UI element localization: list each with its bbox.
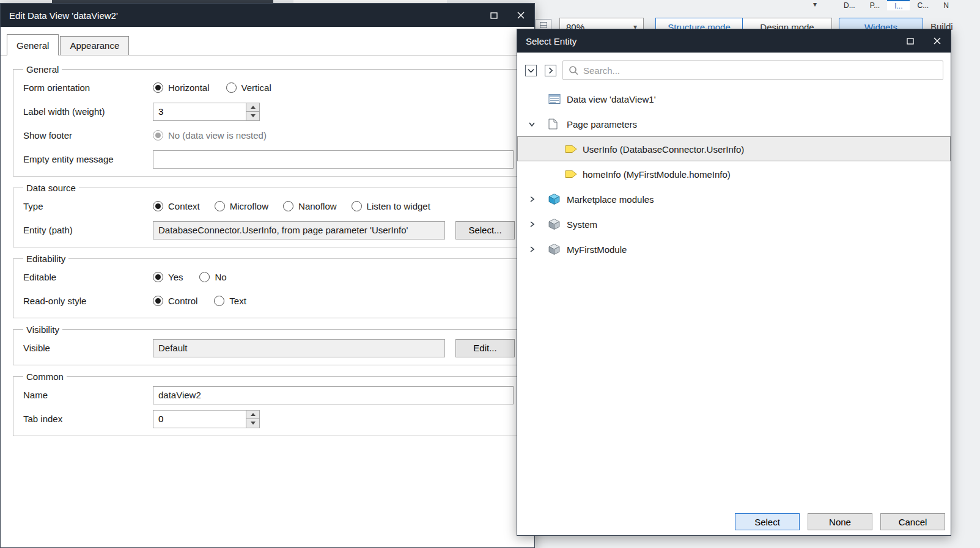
form-orientation-label: Form orientation — [23, 82, 153, 93]
entity-path-input[interactable] — [153, 221, 445, 239]
read-only-style-radios: Control Text — [153, 296, 246, 306]
pane-tab-changes[interactable]: C... — [910, 0, 936, 10]
tree-item-label: Page parameters — [567, 119, 637, 129]
arrow-down-icon — [251, 114, 256, 117]
chevron-right-icon[interactable] — [528, 220, 536, 228]
edit-dialog-titlebar: Edit Data View 'dataView2' — [1, 4, 534, 27]
chevron-down-icon[interactable] — [528, 120, 536, 128]
label-width-row: Label width (weight) — [18, 100, 517, 123]
pane-tab-properties[interactable]: P... — [863, 0, 887, 10]
page-parameter-icon — [565, 144, 577, 154]
tab-appearance[interactable]: Appearance — [60, 36, 129, 55]
label-width-input[interactable] — [153, 103, 246, 120]
radio-nanoflow-label: Nanoflow — [298, 201, 337, 211]
none-button[interactable]: None — [808, 513, 872, 530]
edit-visibility-button[interactable]: Edit... — [455, 339, 515, 357]
show-footer-label: Show footer — [23, 130, 153, 141]
radio-dot — [153, 201, 163, 211]
expand-all-button[interactable] — [543, 63, 558, 78]
close-button[interactable] — [924, 29, 951, 53]
select-dialog-title: Select Entity — [526, 36, 897, 46]
radio-yes[interactable]: Yes — [153, 272, 183, 282]
radio-dot — [215, 201, 225, 211]
tab-index-label: Tab index — [23, 414, 153, 424]
radio-dot — [199, 272, 210, 282]
expand-all-icon — [544, 64, 557, 77]
search-input[interactable] — [583, 65, 937, 76]
tree-item-marketplace-modules[interactable]: Marketplace modules — [517, 186, 951, 211]
radio-no-label: No — [215, 272, 226, 282]
tree-item-page-parameters[interactable]: Page parameters — [517, 111, 951, 136]
radio-dot — [153, 82, 163, 93]
edit-dialog-title: Edit Data View 'dataView2' — [9, 10, 481, 21]
type-radios: Context Microflow Nanoflow Listen to wid… — [153, 201, 430, 211]
group-general: General Form orientation Horizontal Vert… — [13, 64, 523, 177]
radio-vertical[interactable]: Vertical — [226, 82, 271, 93]
stepper-down-button[interactable] — [246, 419, 259, 428]
collapse-all-icon — [525, 64, 537, 77]
tree-item-label: MyFirstModule — [567, 244, 627, 254]
page-icon — [548, 119, 558, 130]
chevron-down-icon[interactable]: ▾ — [813, 0, 817, 9]
stepper-up-button[interactable] — [246, 411, 259, 420]
radio-dot — [153, 296, 163, 306]
tab-general[interactable]: General — [7, 34, 59, 56]
close-icon — [934, 37, 941, 45]
close-button[interactable] — [507, 4, 534, 27]
radio-listen-to-widget[interactable]: Listen to widget — [352, 201, 430, 211]
group-editability-legend: Editability — [23, 254, 68, 264]
select-entity-dialog: Select Entity Data view 'dataView1' — [517, 29, 951, 536]
collapse-all-button[interactable] — [523, 63, 538, 78]
module-icon — [548, 243, 560, 255]
search-icon — [569, 65, 578, 75]
group-general-legend: General — [23, 64, 62, 75]
name-label: Name — [23, 390, 153, 400]
tree-item-homeinfo[interactable]: homeInfo (MyFirstModule.homeInfo) — [517, 161, 951, 186]
chevron-right-icon[interactable] — [528, 245, 536, 254]
radio-text[interactable]: Text — [214, 296, 246, 306]
radio-nanoflow[interactable]: Nanoflow — [283, 201, 337, 211]
pane-tab-data[interactable]: D... — [836, 0, 863, 10]
pane-tab-active[interactable]: I... — [887, 0, 910, 10]
chevron-right-icon[interactable] — [528, 195, 536, 203]
group-visibility-legend: Visibility — [23, 324, 62, 335]
empty-entity-message-input[interactable] — [153, 150, 514, 169]
radio-control-label: Control — [168, 296, 197, 306]
select-entity-button[interactable]: Select... — [455, 221, 515, 239]
radio-dot — [214, 296, 224, 306]
tab-index-input[interactable] — [153, 411, 246, 428]
stepper-up-button[interactable] — [246, 103, 259, 112]
radio-context[interactable]: Context — [153, 201, 200, 211]
maximize-button[interactable] — [897, 29, 924, 53]
select-button[interactable]: Select — [735, 513, 800, 530]
module-marketplace-icon — [548, 193, 560, 205]
dock-pane-tabs: D... P... I... C... N — [836, 0, 980, 10]
pane-tab-n[interactable]: N — [936, 0, 956, 10]
tree-item-label: homeInfo (MyFirstModule.homeInfo) — [583, 169, 731, 179]
radio-no[interactable]: No — [199, 272, 226, 282]
radio-yes-label: Yes — [168, 272, 183, 282]
cancel-button[interactable]: Cancel — [880, 513, 945, 530]
visible-input[interactable] — [153, 339, 445, 357]
radio-vertical-label: Vertical — [241, 82, 271, 93]
visible-label: Visible — [23, 343, 153, 353]
data-view-icon — [548, 93, 561, 104]
tree-item-system[interactable]: System — [517, 211, 951, 236]
tab-index-stepper — [153, 410, 260, 428]
tree-item-userinfo[interactable]: UserInfo (DatabaseConnector.UserInfo) — [517, 136, 951, 161]
name-input[interactable] — [153, 386, 514, 404]
entity-tree: Data view 'dataView1' Page parameters Us… — [517, 86, 951, 535]
group-editability: Editability Editable Yes No Read-only st… — [13, 254, 523, 318]
stepper-down-button[interactable] — [246, 112, 259, 120]
tree-item-dataview1[interactable]: Data view 'dataView1' — [517, 86, 951, 111]
entity-path-label: Entity (path) — [23, 225, 153, 235]
radio-control[interactable]: Control — [153, 296, 197, 306]
maximize-button[interactable] — [481, 4, 507, 27]
radio-microflow[interactable]: Microflow — [215, 201, 268, 211]
arrow-up-icon — [251, 413, 256, 416]
radio-dot — [352, 201, 362, 211]
radio-horizontal[interactable]: Horizontal — [153, 82, 210, 93]
tree-item-myfirstmodule[interactable]: MyFirstModule — [517, 236, 951, 261]
type-row: Type Context Microflow Nanoflow Listen t… — [18, 194, 517, 218]
edit-dialog-tabstrip: General Appearance — [1, 27, 534, 56]
